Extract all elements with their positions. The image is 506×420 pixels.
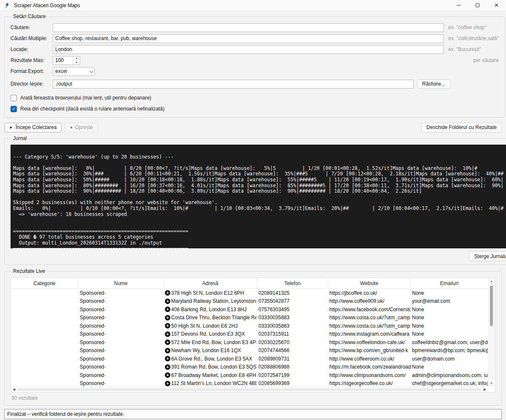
column-header-emailuri[interactable]: Emailuri	[411, 278, 488, 288]
adresa-text: Newham Wy, London E16 1QX	[171, 347, 241, 353]
column-header-categorie[interactable]: Categorie	[11, 278, 78, 288]
adresa-text: 6A Grove Rd., Bow, London E3 5AX	[171, 356, 252, 362]
table-scrollbar-thumb[interactable]	[490, 285, 493, 326]
start-button-label: Începe Colectarea	[16, 124, 57, 130]
plus-icon: +	[165, 315, 170, 320]
max-results-input[interactable]	[53, 57, 73, 65]
cell-emailuri: bpmerewards@bp.com; bpmeuk@bp	[411, 347, 488, 355]
table-row[interactable]: Sponsored· + Costa Drive Thru, Beckton T…	[11, 314, 488, 322]
cell-categorie	[11, 380, 78, 387]
multi-search-row: Căutări Multiple: ex. "café,brutărie,sal…	[11, 33, 499, 44]
table-row[interactable]: Sponsored· + 112 St Martin's Ln, London …	[11, 380, 488, 387]
cell-telefon: 03330035883	[257, 314, 328, 322]
results-table-main: Categorie Nume Adresă Telefon Website Em…	[11, 278, 488, 392]
table-row[interactable]: Sponsored· + 572 Mile End Rd, Bow, Londo…	[11, 338, 488, 347]
search-input[interactable]	[53, 23, 444, 32]
cell-nume: Sponsored·	[78, 380, 164, 387]
play-icon: ►	[9, 125, 13, 129]
cell-emailuri: None	[411, 322, 488, 330]
table-row[interactable]: Sponsored· + 408 Barking Rd, London E13 …	[11, 305, 488, 314]
spin-up-icon[interactable]: ▲	[73, 57, 80, 61]
close-button[interactable]: ✕	[487, 0, 506, 11]
table-body: Sponsored· + 378 High St N, London E12 6…	[11, 289, 488, 386]
cell-categorie	[11, 338, 78, 347]
multi-search-input[interactable]	[53, 34, 444, 43]
cell-emailuri: None	[411, 314, 488, 322]
cell-nume: Sponsored·	[78, 355, 164, 363]
export-format-value: excel	[55, 68, 89, 74]
max-results-label: Rezultate Max:	[11, 57, 53, 63]
scroll-down-icon[interactable]: ▼	[488, 380, 495, 386]
plus-icon: +	[165, 290, 170, 296]
log-group: Jurnal --- Category 5/5: 'warehouse' (up…	[4, 135, 506, 265]
table-header: Categorie Nume Adresă Telefon Website Em…	[11, 278, 488, 289]
show-browser-checkbox-row[interactable]: Arată fereastra browserului (mai lent, u…	[11, 93, 499, 103]
scroll-right-icon[interactable]: ▶	[484, 388, 486, 391]
resume-checkpoint-checkbox[interactable]: ✓	[11, 106, 17, 112]
table-row[interactable]: Sponsored· + 67 Broadway Market, London …	[11, 371, 488, 380]
table-row[interactable]: Sponsored· + Maryland Railway Station, L…	[11, 297, 488, 306]
app-icon	[4, 3, 10, 8]
open-results-folder-button[interactable]: Deschide Folderul cu Rezultate	[421, 123, 502, 132]
cell-website: https://www.bp.com/en_gb/united-k	[328, 347, 411, 355]
scroll-left-icon[interactable]: ◀	[13, 388, 15, 391]
column-header-nume[interactable]: Nume	[78, 278, 164, 288]
cell-adresa: + Newham Wy, London E16 1QX	[164, 347, 257, 355]
max-results-hint: per căutare	[473, 57, 499, 63]
cell-website: http://www.climpsonandsons.com/	[328, 371, 411, 380]
cell-telefon: 02072547199	[257, 371, 328, 380]
table-row[interactable]: Sponsored· + 157 Devons Rd, London E3 3Q…	[11, 330, 488, 339]
cell-categorie	[11, 363, 78, 372]
spin-down-icon[interactable]: ▼	[73, 60, 80, 65]
column-header-telefon[interactable]: Telefon	[257, 278, 328, 288]
results-count: 30 rezultate	[11, 395, 495, 401]
status-text: Finalizat – verifică folderul de ieșire …	[7, 411, 124, 417]
table-row[interactable]: Sponsored· + Newham Wy, London E16 1QX 0…	[11, 347, 488, 355]
clear-log-button[interactable]: Șterge Jurnalul	[469, 251, 506, 261]
scroll-up-icon[interactable]: ▲	[488, 278, 495, 284]
cell-nume: Sponsored·	[78, 289, 164, 297]
chevron-down-icon	[89, 69, 94, 73]
cell-nume: Sponsored·	[78, 338, 164, 347]
hscrollbar-thumb[interactable]	[18, 388, 481, 391]
table-scrollbar[interactable]: ▲ ▼	[488, 278, 495, 386]
plus-icon: +	[165, 372, 170, 378]
export-format-select[interactable]: excel	[53, 67, 95, 76]
adresa-text: 391 Roman Rd, Bow, London E3 5QS	[171, 364, 256, 370]
cell-adresa: + 572 Mile End Rd, Bow, London E3 4PH	[164, 338, 257, 347]
location-input[interactable]	[53, 45, 444, 54]
table-row[interactable]: Sponsored· + 391 Roman Rd, Bow, London E…	[11, 363, 488, 372]
results-group: Rezultate Live Categorie Nume Adresă Tel…	[4, 268, 502, 406]
cell-emailuri: None	[411, 330, 488, 339]
cell-telefon: 03330035883	[257, 322, 328, 330]
resume-checkpoint-checkbox-row[interactable]: ✓ Reia din checkpoint (dacă există o rul…	[11, 104, 499, 114]
stop-button[interactable]: ■ Oprește	[65, 123, 98, 132]
maximize-button[interactable]	[468, 0, 487, 11]
browse-button[interactable]: Răsfoire...	[417, 79, 450, 89]
table-row[interactable]: Sponsored· + 6A Grove Rd., Bow, London E…	[11, 355, 488, 363]
cell-website: https://www.coffeelondon-cafe.uk/	[328, 338, 411, 347]
column-header-website[interactable]: Website	[328, 278, 411, 288]
table-row[interactable]: Sponsored· + 378 High St N, London E12 6…	[11, 289, 488, 297]
cell-categorie	[11, 355, 78, 363]
cell-website: https://www.instagram.com/caffeara	[328, 330, 411, 339]
window-title: Scraper Afaceri Google Maps	[14, 3, 449, 8]
cell-categorie	[11, 305, 78, 314]
max-results-stepper[interactable]: ▲ ▼	[53, 56, 80, 65]
output-dir-input[interactable]	[53, 80, 414, 89]
table-row[interactable]: Sponsored· + 50 High St N, London E6 2HJ…	[11, 322, 488, 330]
cell-nume: Sponsored·	[78, 330, 164, 339]
status-bar: Finalizat – verifică folderul de ieșire …	[4, 409, 502, 419]
table-hscrollbar[interactable]: ◀ ▶	[11, 386, 488, 392]
show-browser-checkbox[interactable]	[11, 95, 17, 101]
start-button[interactable]: ► Începe Colectarea	[4, 123, 62, 132]
export-format-label: Format Export:	[11, 68, 53, 74]
minimize-button[interactable]	[449, 0, 468, 11]
export-format-row: Format Export: excel	[11, 66, 499, 77]
plus-icon: +	[165, 331, 170, 337]
cell-telefon: 07576303495	[257, 305, 328, 314]
cell-categorie	[11, 371, 78, 380]
column-header-adresa[interactable]: Adresă	[164, 278, 257, 288]
adresa-text: 378 High St N, London E12 6PH	[171, 290, 244, 296]
log-output[interactable]: --- Category 5/5: 'warehouse' (up to 20 …	[11, 145, 506, 248]
